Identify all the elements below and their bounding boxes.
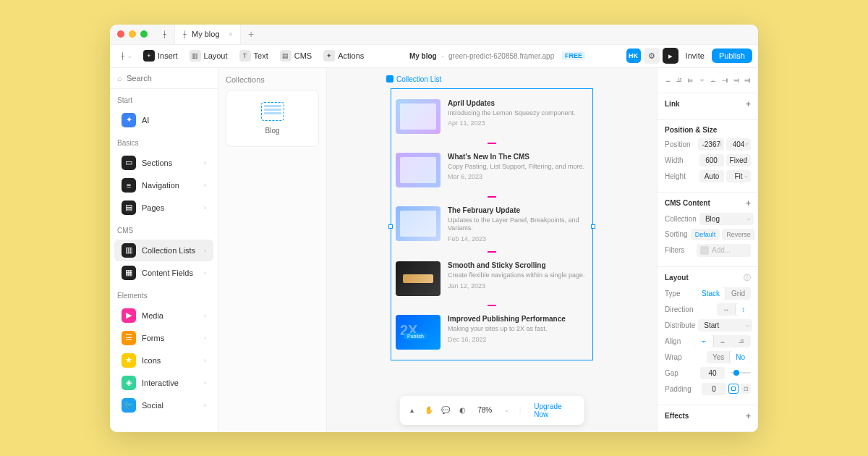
post-thumbnail: Publish	[396, 315, 441, 350]
height-input[interactable]: Auto	[699, 170, 724, 182]
wrap-no-button[interactable]: No	[730, 351, 751, 363]
align-center-h-icon[interactable]: ⫡	[675, 74, 685, 87]
gap-indicator	[488, 305, 496, 306]
sidebar-item-media[interactable]: ▶Media›	[114, 305, 213, 326]
add-link-button[interactable]: +	[746, 99, 751, 109]
width-input[interactable]: 600	[699, 154, 724, 166]
width-mode-select[interactable]: Fixed	[726, 154, 751, 166]
type-stack-button[interactable]: Stack	[696, 287, 726, 300]
blog-post-item[interactable]: Smooth and Sticky Scrolling Create flexi…	[396, 256, 588, 302]
collection-card-blog[interactable]: Blog	[226, 90, 319, 147]
app-menu-button[interactable]: ⟊⌵	[116, 48, 136, 63]
project-path[interactable]: My blog · green-predict-620858.framer.ap…	[409, 51, 585, 60]
maximize-icon[interactable]	[140, 30, 148, 38]
position-y-input[interactable]: 404Y	[726, 138, 751, 151]
invite-button[interactable]: Invite	[681, 49, 709, 62]
blog-post-item[interactable]: Publish Improved Publishing Performance …	[396, 309, 588, 355]
add-effect-button[interactable]: +	[746, 411, 751, 421]
insert-sidebar: ⌕ Start ✦ AI Basics ▭Sections›≡Navigatio…	[110, 68, 218, 432]
canvas[interactable]: Collection List April Updates Introducin…	[327, 68, 657, 432]
align-bottom-icon[interactable]: ⫣	[720, 74, 730, 87]
publish-button[interactable]: Publish	[712, 48, 752, 63]
blog-post-item[interactable]: The February Update Updates to the Layer…	[396, 200, 588, 248]
cms-button[interactable]: ▤CMS	[276, 48, 316, 64]
collection-select[interactable]: Blog	[699, 213, 754, 225]
blog-post-item[interactable]: What's New In The CMS Copy Pasting, List…	[396, 147, 588, 193]
upgrade-button[interactable]: Upgrade Now	[528, 400, 576, 421]
align-end-button[interactable]: ⫡	[732, 335, 751, 347]
type-grid-button[interactable]: Grid	[726, 287, 751, 300]
padding-input[interactable]: 0	[702, 383, 726, 395]
free-badge: FREE	[562, 51, 585, 60]
sidebar-item-social[interactable]: 🐦Social›	[114, 394, 213, 416]
padding-perside-icon[interactable]: ⊡	[741, 384, 751, 394]
selection-label[interactable]: Collection List	[386, 75, 441, 83]
align-top-icon[interactable]: ⫟	[697, 74, 707, 87]
sidebar-item-pages[interactable]: ▤Pages›	[114, 197, 213, 219]
insert-button[interactable]: +Insert	[139, 48, 182, 64]
sidebar-item-icons[interactable]: ★Icons›	[114, 350, 213, 371]
padding-uniform-icon[interactable]	[728, 384, 739, 394]
theme-icon[interactable]: ◐	[458, 406, 467, 414]
comment-tool-icon[interactable]: 💬	[441, 406, 450, 414]
distribute-select[interactable]: Start	[698, 319, 752, 332]
minimize-icon[interactable]	[129, 30, 136, 38]
align-left-icon[interactable]: ⫠	[663, 74, 673, 87]
text-button[interactable]: TText	[235, 48, 273, 64]
sort-reverse-button[interactable]: Reverse	[722, 229, 755, 240]
align-center-v-icon[interactable]: ⫠	[709, 74, 719, 87]
post-thumbnail	[396, 153, 441, 187]
tab-app[interactable]: ⟊	[155, 25, 175, 44]
close-icon[interactable]	[117, 30, 124, 38]
add-cms-button[interactable]: +	[746, 198, 751, 208]
settings-button[interactable]: ⚙	[644, 48, 660, 64]
sidebar-item-forms[interactable]: ☰Forms›	[114, 327, 213, 349]
align-center-button[interactable]: ⫠	[713, 335, 732, 347]
position-x-input[interactable]: -2367X	[698, 138, 724, 151]
post-title: What's New In The CMS	[448, 153, 588, 161]
post-excerpt: Copy Pasting, List Support, Filtering, a…	[448, 163, 588, 172]
sort-default-button[interactable]: Default	[691, 229, 720, 240]
info-icon[interactable]: ⓘ	[744, 273, 751, 283]
post-title: Improved Publishing Performance	[448, 315, 588, 323]
sidebar-item-navigation[interactable]: ≡Navigation›	[114, 174, 213, 196]
sidebar-item-sections[interactable]: ▭Sections›	[114, 152, 213, 174]
category-icon: ▭	[122, 156, 136, 170]
resize-handle-right[interactable]	[591, 224, 595, 229]
resize-handle-left[interactable]	[388, 224, 393, 229]
gap-input[interactable]: 40	[700, 367, 725, 379]
direction-vertical-button[interactable]: ↕	[736, 303, 751, 316]
align-start-button[interactable]: ⫟	[694, 335, 713, 347]
new-tab-button[interactable]: +	[241, 28, 261, 40]
cursor-tool-icon[interactable]: ▴	[407, 406, 417, 414]
direction-horizontal-button[interactable]: ↔	[717, 303, 736, 316]
avatar[interactable]: HK	[626, 48, 641, 63]
search-input[interactable]	[127, 74, 210, 83]
distribute-v-icon[interactable]: ⫥	[742, 74, 752, 87]
align-right-icon[interactable]: ⫢	[686, 74, 696, 87]
wrap-yes-button[interactable]: Yes	[707, 351, 730, 363]
collection-list-frame[interactable]: April Updates Introducing the Lemon Sque…	[391, 88, 593, 360]
tab-project[interactable]: ⟊My blog×	[175, 25, 241, 44]
search-field[interactable]: ⌕	[110, 68, 218, 89]
chevron-right-icon: ›	[204, 247, 206, 254]
chevron-down-icon[interactable]: ⌵	[502, 407, 511, 413]
actions-button[interactable]: ✦Actions	[319, 48, 368, 64]
add-filter-button[interactable]: Add...	[697, 244, 751, 257]
height-mode-select[interactable]: Fit	[726, 170, 751, 182]
layout-button[interactable]: ▥Layout	[185, 48, 232, 64]
preview-button[interactable]: ▸	[663, 48, 678, 64]
sidebar-item-interactive[interactable]: ◈Interactive›	[114, 372, 213, 394]
distribute-h-icon[interactable]: ⫤	[731, 74, 741, 87]
sidebar-item-content-fields[interactable]: ▦Content Fields›	[114, 262, 213, 284]
gap-slider[interactable]	[731, 372, 751, 373]
sidebar-item-collection-lists[interactable]: ▥Collection Lists›	[114, 240, 213, 261]
zoom-level[interactable]: 78%	[475, 406, 495, 414]
position-size-section: Position & Size	[665, 126, 751, 134]
sidebar-item-ai[interactable]: ✦ AI	[114, 109, 213, 131]
plus-icon: +	[143, 50, 155, 62]
category-icon: ★	[122, 353, 136, 368]
blog-post-item[interactable]: April Updates Introducing the Lemon Sque…	[396, 93, 588, 140]
hand-tool-icon[interactable]: ✋	[424, 406, 433, 414]
close-tab-icon[interactable]: ×	[229, 30, 233, 38]
